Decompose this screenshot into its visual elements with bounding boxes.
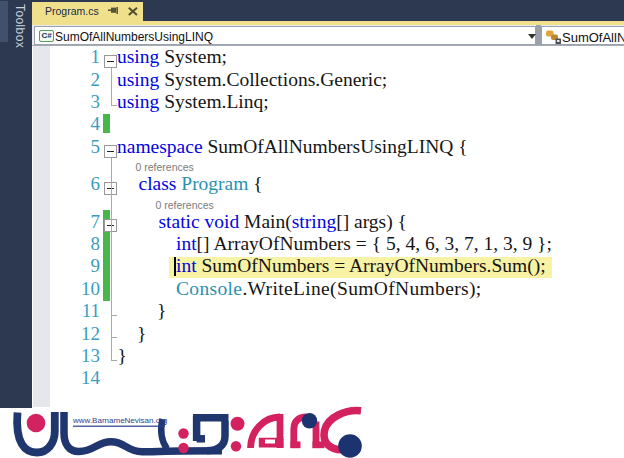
- svg-text:www.BarnameNevisan.org: www.BarnameNevisan.org: [72, 416, 167, 425]
